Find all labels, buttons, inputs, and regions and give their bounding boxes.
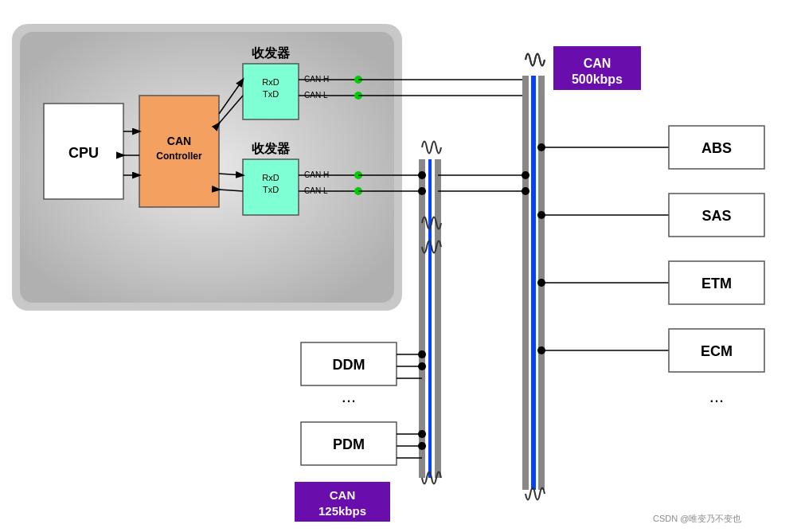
svg-point-53 xyxy=(537,279,545,287)
svg-text:SAS: SAS xyxy=(701,208,731,224)
svg-text:Controller: Controller xyxy=(156,151,202,162)
diagram: CPU CAN Controller 收发器 xyxy=(0,0,801,532)
svg-text:ECM: ECM xyxy=(701,343,733,359)
svg-point-73 xyxy=(418,362,426,370)
svg-point-87 xyxy=(522,171,529,179)
svg-text:RxD: RxD xyxy=(262,77,279,87)
svg-text:CAN: CAN xyxy=(330,488,356,502)
svg-text:收发器: 收发器 xyxy=(252,46,291,60)
svg-text:CAN: CAN xyxy=(584,57,611,70)
svg-text:···: ··· xyxy=(709,390,724,410)
svg-text:ABS: ABS xyxy=(701,140,732,156)
svg-text:DDM: DDM xyxy=(333,357,365,373)
svg-point-71 xyxy=(418,350,426,358)
svg-text:PDM: PDM xyxy=(333,436,365,452)
svg-point-79 xyxy=(418,430,426,438)
watermark-text: CSDN @唯变乃不变也 xyxy=(653,514,741,523)
svg-text:CAN: CAN xyxy=(167,135,191,147)
svg-text:···: ··· xyxy=(342,390,356,410)
svg-text:收发器: 收发器 xyxy=(252,142,291,155)
svg-text:500kbps: 500kbps xyxy=(572,72,623,86)
svg-text:125kbps: 125kbps xyxy=(318,504,366,518)
svg-text:RxD: RxD xyxy=(262,173,279,182)
svg-point-45 xyxy=(537,143,545,151)
cpu-label: CPU xyxy=(68,145,99,161)
svg-text:TxD: TxD xyxy=(263,89,279,99)
svg-point-57 xyxy=(537,346,545,354)
svg-text:ETM: ETM xyxy=(701,276,732,291)
svg-point-49 xyxy=(537,211,545,219)
svg-text:TxD: TxD xyxy=(263,185,279,194)
svg-point-89 xyxy=(522,187,529,195)
svg-point-81 xyxy=(418,442,426,450)
svg-point-67 xyxy=(418,187,426,195)
svg-point-65 xyxy=(418,171,426,179)
